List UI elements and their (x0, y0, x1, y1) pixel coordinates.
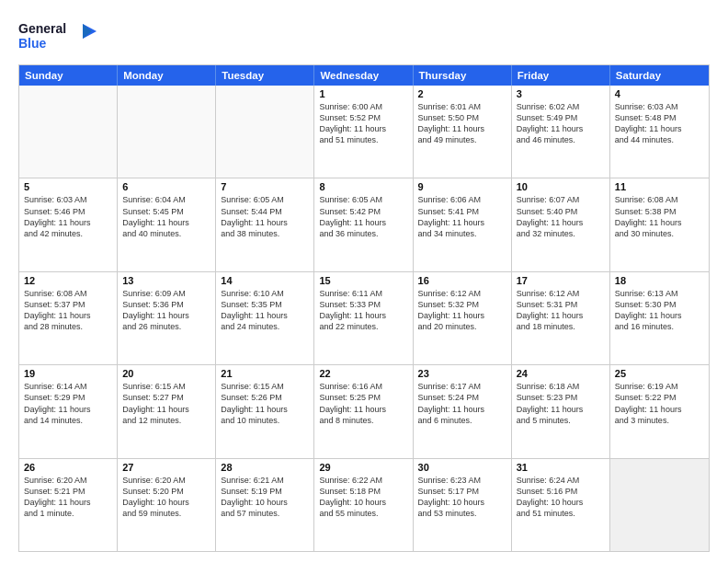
day-cell: 25Sunrise: 6:19 AMSunset: 5:22 PMDayligh… (610, 365, 709, 457)
weekday-header: Monday (118, 65, 216, 86)
day-info: Sunrise: 6:20 AMSunset: 5:21 PMDaylight:… (24, 475, 112, 520)
day-cell: 3Sunrise: 6:02 AMSunset: 5:49 PMDaylight… (512, 86, 610, 178)
empty-cell (216, 86, 314, 178)
weekday-header: Sunday (19, 65, 118, 86)
day-info: Sunrise: 6:07 AMSunset: 5:40 PMDaylight:… (517, 194, 605, 239)
day-info: Sunrise: 6:12 AMSunset: 5:32 PMDaylight:… (418, 288, 506, 333)
day-number: 24 (517, 368, 605, 379)
day-number: 19 (24, 368, 112, 379)
day-info: Sunrise: 6:12 AMSunset: 5:31 PMDaylight:… (517, 288, 605, 333)
day-info: Sunrise: 6:17 AMSunset: 5:24 PMDaylight:… (418, 381, 506, 426)
day-number: 10 (517, 181, 605, 192)
weekday-header: Wednesday (314, 65, 413, 86)
day-cell: 29Sunrise: 6:22 AMSunset: 5:18 PMDayligh… (314, 459, 413, 551)
empty-cell (610, 459, 709, 551)
day-info: Sunrise: 6:16 AMSunset: 5:25 PMDaylight:… (319, 381, 407, 426)
day-info: Sunrise: 6:23 AMSunset: 5:17 PMDaylight:… (418, 475, 506, 520)
calendar-row: 26Sunrise: 6:20 AMSunset: 5:21 PMDayligh… (19, 459, 709, 551)
weekday-header: Friday (512, 65, 610, 86)
day-info: Sunrise: 6:15 AMSunset: 5:26 PMDaylight:… (221, 381, 309, 426)
calendar-header: SundayMondayTuesdayWednesdayThursdayFrid… (19, 65, 709, 86)
svg-text:General: General (18, 21, 66, 36)
day-cell: 5Sunrise: 6:03 AMSunset: 5:46 PMDaylight… (19, 178, 118, 270)
day-cell: 16Sunrise: 6:12 AMSunset: 5:32 PMDayligh… (414, 272, 512, 364)
day-info: Sunrise: 6:08 AMSunset: 5:38 PMDaylight:… (615, 194, 704, 239)
day-info: Sunrise: 6:01 AMSunset: 5:50 PMDaylight:… (418, 101, 506, 146)
day-cell: 23Sunrise: 6:17 AMSunset: 5:24 PMDayligh… (414, 365, 512, 457)
day-cell: 30Sunrise: 6:23 AMSunset: 5:17 PMDayligh… (414, 459, 512, 551)
day-number: 15 (319, 275, 407, 286)
day-info: Sunrise: 6:00 AMSunset: 5:52 PMDaylight:… (319, 101, 407, 146)
day-cell: 27Sunrise: 6:20 AMSunset: 5:20 PMDayligh… (118, 459, 216, 551)
day-info: Sunrise: 6:14 AMSunset: 5:29 PMDaylight:… (24, 381, 112, 426)
day-cell: 17Sunrise: 6:12 AMSunset: 5:31 PMDayligh… (512, 272, 610, 364)
day-info: Sunrise: 6:22 AMSunset: 5:18 PMDaylight:… (319, 475, 407, 520)
day-number: 27 (122, 462, 210, 473)
day-info: Sunrise: 6:11 AMSunset: 5:33 PMDaylight:… (319, 288, 407, 333)
day-number: 29 (319, 462, 407, 473)
empty-cell (118, 86, 216, 178)
day-cell: 24Sunrise: 6:18 AMSunset: 5:23 PMDayligh… (512, 365, 610, 457)
day-info: Sunrise: 6:05 AMSunset: 5:42 PMDaylight:… (319, 194, 407, 239)
day-cell: 26Sunrise: 6:20 AMSunset: 5:21 PMDayligh… (19, 459, 118, 551)
calendar: SundayMondayTuesdayWednesdayThursdayFrid… (18, 64, 710, 552)
day-number: 16 (418, 275, 506, 286)
day-info: Sunrise: 6:09 AMSunset: 5:36 PMDaylight:… (122, 288, 210, 333)
header: General Blue (18, 17, 710, 55)
day-number: 21 (221, 368, 309, 379)
logo-svg: General Blue (18, 17, 101, 55)
day-info: Sunrise: 6:13 AMSunset: 5:30 PMDaylight:… (615, 288, 704, 333)
day-number: 2 (418, 88, 506, 99)
calendar-body: 1Sunrise: 6:00 AMSunset: 5:52 PMDaylight… (19, 86, 709, 551)
day-number: 11 (615, 181, 704, 192)
day-info: Sunrise: 6:03 AMSunset: 5:46 PMDaylight:… (24, 194, 112, 239)
day-cell: 20Sunrise: 6:15 AMSunset: 5:27 PMDayligh… (118, 365, 216, 457)
day-number: 12 (24, 275, 112, 286)
svg-text:Blue: Blue (18, 36, 47, 51)
day-cell: 10Sunrise: 6:07 AMSunset: 5:40 PMDayligh… (512, 178, 610, 270)
day-info: Sunrise: 6:24 AMSunset: 5:16 PMDaylight:… (517, 475, 605, 520)
day-cell: 28Sunrise: 6:21 AMSunset: 5:19 PMDayligh… (216, 459, 314, 551)
day-number: 31 (517, 462, 605, 473)
day-info: Sunrise: 6:10 AMSunset: 5:35 PMDaylight:… (221, 288, 309, 333)
day-number: 7 (221, 181, 309, 192)
empty-cell (19, 86, 118, 178)
day-info: Sunrise: 6:20 AMSunset: 5:20 PMDaylight:… (122, 475, 210, 520)
day-number: 17 (517, 275, 605, 286)
day-number: 4 (615, 88, 704, 99)
day-info: Sunrise: 6:21 AMSunset: 5:19 PMDaylight:… (221, 475, 309, 520)
day-number: 13 (122, 275, 210, 286)
logo: General Blue (18, 17, 101, 55)
day-cell: 14Sunrise: 6:10 AMSunset: 5:35 PMDayligh… (216, 272, 314, 364)
weekday-header: Saturday (610, 65, 709, 86)
day-cell: 2Sunrise: 6:01 AMSunset: 5:50 PMDaylight… (414, 86, 512, 178)
day-info: Sunrise: 6:19 AMSunset: 5:22 PMDaylight:… (615, 381, 704, 426)
day-number: 14 (221, 275, 309, 286)
day-number: 30 (418, 462, 506, 473)
day-cell: 1Sunrise: 6:00 AMSunset: 5:52 PMDaylight… (314, 86, 413, 178)
day-info: Sunrise: 6:06 AMSunset: 5:41 PMDaylight:… (418, 194, 506, 239)
day-cell: 4Sunrise: 6:03 AMSunset: 5:48 PMDaylight… (610, 86, 709, 178)
day-cell: 15Sunrise: 6:11 AMSunset: 5:33 PMDayligh… (314, 272, 413, 364)
day-info: Sunrise: 6:18 AMSunset: 5:23 PMDaylight:… (517, 381, 605, 426)
day-cell: 18Sunrise: 6:13 AMSunset: 5:30 PMDayligh… (610, 272, 709, 364)
day-info: Sunrise: 6:15 AMSunset: 5:27 PMDaylight:… (122, 381, 210, 426)
calendar-row: 1Sunrise: 6:00 AMSunset: 5:52 PMDaylight… (19, 86, 709, 178)
calendar-row: 5Sunrise: 6:03 AMSunset: 5:46 PMDaylight… (19, 178, 709, 271)
day-number: 8 (319, 181, 407, 192)
day-cell: 9Sunrise: 6:06 AMSunset: 5:41 PMDaylight… (414, 178, 512, 270)
day-number: 6 (122, 181, 210, 192)
day-cell: 11Sunrise: 6:08 AMSunset: 5:38 PMDayligh… (610, 178, 709, 270)
day-number: 9 (418, 181, 506, 192)
weekday-header: Thursday (414, 65, 512, 86)
svg-marker-3 (83, 24, 92, 39)
day-info: Sunrise: 6:02 AMSunset: 5:49 PMDaylight:… (517, 101, 605, 146)
day-cell: 12Sunrise: 6:08 AMSunset: 5:37 PMDayligh… (19, 272, 118, 364)
day-number: 23 (418, 368, 506, 379)
day-number: 25 (615, 368, 704, 379)
weekday-header: Tuesday (216, 65, 314, 86)
day-cell: 8Sunrise: 6:05 AMSunset: 5:42 PMDaylight… (314, 178, 413, 270)
calendar-row: 19Sunrise: 6:14 AMSunset: 5:29 PMDayligh… (19, 365, 709, 458)
day-info: Sunrise: 6:03 AMSunset: 5:48 PMDaylight:… (615, 101, 704, 146)
day-cell: 6Sunrise: 6:04 AMSunset: 5:45 PMDaylight… (118, 178, 216, 270)
